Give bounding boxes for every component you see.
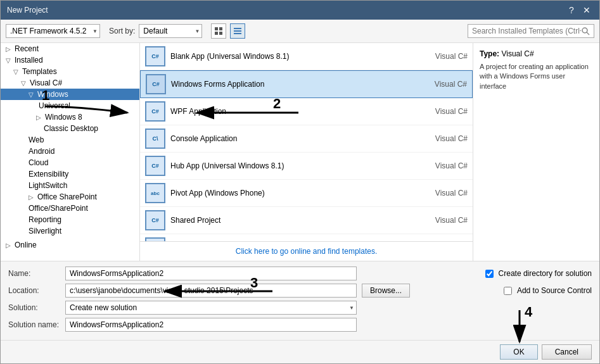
- tree-item-cloud[interactable]: Cloud: [1, 157, 139, 168]
- browse-button[interactable]: Browse...: [362, 284, 410, 298]
- tree-item-android[interactable]: Android: [1, 146, 139, 157]
- template-item[interactable]: C\ Console Application Visual C#: [140, 125, 473, 153]
- sort-select[interactable]: Default: [139, 24, 202, 38]
- template-lang: Visual C#: [435, 52, 468, 61]
- tree-item-lightswitch[interactable]: LightSwitch: [1, 180, 139, 191]
- tree-item-windows[interactable]: ▽ Windows: [1, 89, 139, 100]
- icon-text: C#: [151, 53, 159, 60]
- tree-item-office-sharepoint2[interactable]: Office/SharePoint: [1, 203, 139, 214]
- add-source-checkbox[interactable]: [504, 287, 512, 295]
- tree-item-classic-desktop[interactable]: Classic Desktop: [1, 123, 139, 134]
- grid-view-button[interactable]: [211, 23, 226, 39]
- online-link-area: Click here to go online and find templat…: [140, 241, 473, 261]
- silverlight-label: Silverlight: [29, 227, 61, 235]
- name-label: Name:: [8, 269, 65, 278]
- solution-name-label: Solution name:: [8, 320, 65, 329]
- search-input[interactable]: [472, 27, 581, 35]
- template-name: WPF Application: [170, 107, 435, 116]
- template-icon: C#: [145, 101, 165, 122]
- template-item[interactable]: C# Hub App (Universal Windows 8.1) Visua…: [140, 153, 473, 180]
- create-dir-checkbox[interactable]: [485, 270, 494, 278]
- tree-item-web[interactable]: Web: [1, 134, 139, 146]
- lightswitch-label: LightSwitch: [29, 181, 67, 190]
- installed-label: Installed: [15, 56, 43, 65]
- tree-item-visual-csharp[interactable]: ▽ Visual C#: [1, 77, 139, 89]
- template-lang: Visual C#: [435, 134, 468, 143]
- reporting-label: Reporting: [29, 215, 61, 224]
- icon-text: C#: [151, 108, 159, 115]
- name-input[interactable]: [65, 267, 357, 280]
- cancel-button[interactable]: Cancel: [542, 344, 592, 360]
- tree-item-silverlight[interactable]: Silverlight: [1, 225, 139, 237]
- tree-item-office-sharepoint[interactable]: ▷ Office SharePoint: [1, 191, 139, 203]
- template-icon: C#: [145, 46, 165, 66]
- online-label: Online: [15, 241, 37, 249]
- add-source-label: Add to Source Control: [517, 286, 592, 295]
- android-label: Android: [29, 147, 54, 156]
- template-lang: Visual C#: [435, 161, 468, 170]
- template-item[interactable]: abc Pivot App (Windows Phone) Visual C#: [140, 180, 473, 207]
- svg-line-8: [587, 32, 589, 35]
- solution-name-input[interactable]: [65, 318, 357, 332]
- name-row: Name: Create directory for solution: [8, 267, 592, 280]
- info-description: A project for creating an application wi…: [480, 62, 593, 91]
- template-item[interactable]: C# WPF Application Visual C#: [140, 98, 473, 125]
- extensibility-label: Extensibility: [29, 170, 68, 179]
- template-name: Hub App (Universal Windows 8.1): [170, 161, 435, 170]
- tree-item-windows8[interactable]: ▷ Windows 8: [1, 111, 139, 123]
- template-icon: C\: [145, 129, 165, 149]
- content-area: ▷ Recent ▽ Installed ▽ Templates ▽ Visua…: [1, 43, 599, 261]
- icon-text: C#: [152, 81, 160, 87]
- search-box: [468, 24, 594, 38]
- template-item[interactable]: C# Blank App (Universal Windows 8.1) Vis…: [140, 43, 473, 70]
- svg-rect-1: [219, 27, 222, 30]
- expand-icon: ▽: [29, 91, 37, 98]
- tree-item-installed[interactable]: ▽ Installed: [1, 54, 139, 66]
- help-button[interactable]: ?: [565, 4, 578, 16]
- tree-item-reporting[interactable]: Reporting: [1, 214, 139, 225]
- visual-csharp-label: Visual C#: [30, 78, 62, 87]
- tree-item-extensibility[interactable]: Extensibility: [1, 168, 139, 180]
- window-controls: ? ✕: [565, 4, 593, 16]
- info-panel: Type: Visual C# A project for creating a…: [473, 43, 599, 261]
- framework-select[interactable]: .NET Framework 4.5.2: [6, 24, 100, 38]
- ok-button[interactable]: OK: [500, 344, 537, 360]
- svg-rect-0: [215, 27, 218, 30]
- windows8-label: Windows 8: [45, 113, 82, 122]
- location-row: Location: Browse... Add to Source Contro…: [8, 284, 592, 298]
- svg-rect-2: [215, 32, 218, 35]
- location-label: Location:: [8, 286, 65, 295]
- template-name: Windows Forms Application: [171, 80, 435, 89]
- tree-item-online[interactable]: ▷ Online: [1, 239, 139, 251]
- templates-label: Templates: [22, 67, 57, 76]
- icon-text: abc: [151, 191, 160, 196]
- template-item-selected[interactable]: C# Windows Forms Application Visual C#: [140, 70, 473, 98]
- template-item[interactable]: C# Class Library (Portable for iOS, Andr…: [140, 234, 473, 241]
- new-project-dialog: New Project ? ✕ .NET Framework 4.5.2 Sor…: [0, 0, 600, 364]
- sort-label: Sort by:: [109, 27, 135, 35]
- footer: OK Cancel: [1, 340, 599, 363]
- solution-name-row: Solution name:: [8, 318, 592, 332]
- bottom-panel: Name: Create directory for solution Loca…: [1, 261, 599, 340]
- template-list: C# Blank App (Universal Windows 8.1) Vis…: [140, 43, 473, 241]
- search-icon: [581, 27, 590, 35]
- framework-select-wrapper: .NET Framework 4.5.2: [6, 24, 100, 38]
- office-sharepoint2-label: Office/SharePoint: [29, 204, 88, 213]
- icon-text: C#: [151, 217, 159, 223]
- svg-rect-5: [234, 30, 241, 32]
- expand-icon: ▽: [13, 68, 22, 75]
- info-type: Type: Visual C#: [480, 49, 593, 58]
- list-view-button[interactable]: [230, 23, 245, 39]
- tree-item-templates[interactable]: ▽ Templates: [1, 66, 139, 77]
- template-item[interactable]: C# Shared Project Visual C#: [140, 207, 473, 234]
- tree-item-recent[interactable]: ▷ Recent: [1, 43, 139, 54]
- template-lang: Visual C#: [435, 107, 468, 116]
- solution-select[interactable]: Create new solution: [65, 301, 357, 315]
- online-link[interactable]: Click here to go online and find templat…: [236, 247, 377, 256]
- recent-label: Recent: [15, 44, 39, 53]
- location-input[interactable]: [65, 284, 357, 298]
- tree-item-universal[interactable]: Universal: [1, 100, 139, 111]
- template-icon: C#: [145, 210, 165, 230]
- close-button[interactable]: ✕: [580, 4, 593, 16]
- toolbar: .NET Framework 4.5.2 Sort by: Default: [1, 20, 599, 43]
